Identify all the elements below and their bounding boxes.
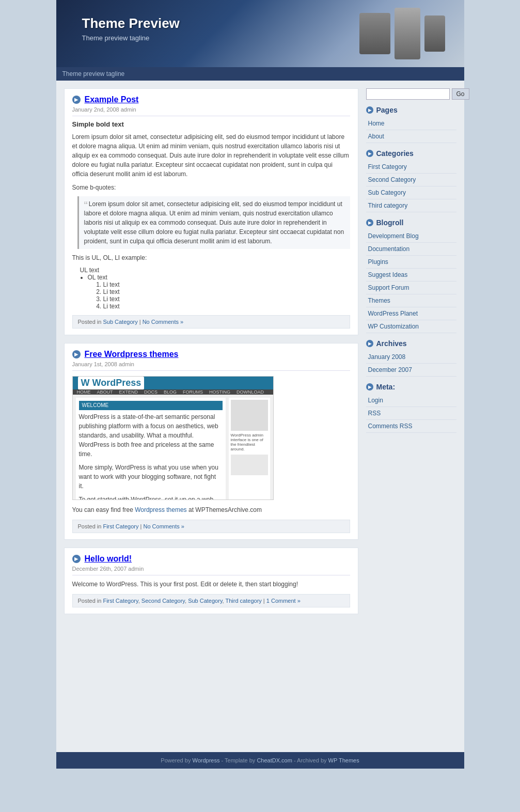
wp-nav-item: EXTEND [119,389,138,395]
post-category-link[interactable]: Sub Category [103,319,137,325]
post-arrow-icon-3: ▶ [72,555,81,563]
post-body-free-themes: W WordPress HOME ABOUT EXTEND DOCS BLOG … [72,376,350,514]
post-meta-free-themes: January 1st, 2008 admin [72,361,350,371]
wp-body: WELCOME WordPress is a state-of-the-art … [73,395,273,500]
post-cat-link-third[interactable]: Third category [226,598,262,604]
post-meta-example: January 2nd, 2008 admin [72,106,350,116]
blockquote: Lorem ipsum dolor sit amet, consectetur … [77,196,350,249]
list-item: WordPress Planet [366,307,456,320]
wp-blue-bar: WELCOME [79,401,223,410]
post-cat-link-fc[interactable]: First Category [103,598,138,604]
meta-link-rss[interactable]: RSS [368,410,381,417]
post-footer-free-themes: Posted in First Category | No Comments » [72,520,350,533]
categories-title-text: Categories [376,149,414,158]
archives-widget: ▶ Archives January 2008 December 2007 [366,339,456,377]
blogroll-list: Development Blog Documentation Plugins S… [366,230,456,333]
search-input[interactable] [366,88,450,100]
post-example: ▶ Example Post January 2nd, 2008 admin S… [64,88,358,335]
ul-text: UL text [80,267,100,274]
pages-list: Home About [366,117,456,143]
site-title: Theme Preview [82,15,180,32]
wp-side-caption: WordPress admin interface is one of the … [231,433,268,451]
post-title-example: ▶ Example Post [72,95,350,104]
post-category-link-2[interactable]: First Category [103,523,138,529]
wp-logo: W WordPress [78,377,145,389]
wordpress-themes-link[interactable]: Wordpress themes [135,506,186,513]
wp-body-text-3: To get started with WordPress, set it up… [79,495,223,500]
page-link-about[interactable]: About [368,133,384,140]
list-item: Documentation [366,243,456,256]
wp-nav-item: HOSTING [209,389,230,395]
page-link-home[interactable]: Home [368,120,385,127]
post-paragraph: Lorem ipsum dolor sit amet, consectetur … [72,132,350,179]
ul-label: This is UL, OL, LI example: [72,253,350,262]
site-footer: Powered by Wordpress - Template by Cheat… [56,752,464,769]
post-title-hello: ▶ Hello world! [72,554,350,564]
blogroll-link-plugins[interactable]: Plugins [368,258,388,266]
footer-cheatdx-link[interactable]: CheatDX.com [257,757,292,763]
blogroll-widget-title: ▶ Blogroll [366,218,456,227]
meta-link-login[interactable]: Login [368,397,383,404]
free-themes-text: You can easy find free Wordpress themes … [72,505,350,514]
wp-side-image-2 [231,455,268,475]
list-item: Support Forum [366,282,456,294]
wp-nav-item: BLOG [164,389,177,395]
blogroll-link-docs[interactable]: Documentation [368,245,410,253]
post-body-hello: Welcome to WordPress. This is your first… [72,580,350,589]
cat-link-second[interactable]: Second Category [368,176,416,183]
post-hello-world: ▶ Hello world! December 26th, 2007 admin… [64,548,358,614]
deco-box-3 [424,15,445,52]
post-title-free-themes: ▶ Free Wordpress themes [72,350,350,359]
blogroll-link-suggest[interactable]: Suggest Ideas [368,271,408,278]
list-item: Li text [103,303,350,310]
list-item: First Category [366,161,456,174]
post-comments-link[interactable]: No Comments » [143,319,183,325]
archive-link-dec07[interactable]: December 2007 [368,366,412,373]
cat-link-third[interactable]: Third category [368,202,408,209]
search-button[interactable]: Go [452,88,469,100]
footer-text: Powered by Wordpress - Template by Cheat… [161,757,359,763]
list-item: OL text Li text Li text Li text Li text [88,274,350,310]
archive-link-jan08[interactable]: January 2008 [368,353,406,361]
post-title-link-hello[interactable]: Hello world! [85,554,132,564]
wordpress-screenshot: W WordPress HOME ABOUT EXTEND DOCS BLOG … [72,376,274,500]
post-cat-link-sc[interactable]: Second Category [141,598,185,604]
cat-link-first[interactable]: First Category [368,163,407,170]
deco-box-1 [359,13,390,54]
list-item: About [366,130,456,143]
archives-title-text: Archives [376,339,407,348]
site-header: Theme Preview Theme preview tagline [56,0,464,67]
pages-widget: ▶ Pages Home About [366,106,456,143]
footer-wp-link[interactable]: Wordpress [192,757,219,763]
blogroll-link-themes[interactable]: Themes [368,297,390,304]
post-cat-link-sub[interactable]: Sub Category [188,598,222,604]
post-arrow-icon-2: ▶ [72,350,81,358]
archives-widget-title: ▶ Archives [366,339,456,348]
blogroll-link-wpcustom[interactable]: WP Customization [368,323,419,330]
wp-side-image [231,400,268,431]
post-comments-link-2[interactable]: No Comments » [143,523,184,529]
search-widget: Go [366,88,456,100]
archives-arrow-icon: ▶ [366,340,373,347]
blogroll-link-support[interactable]: Support Forum [368,284,409,291]
pages-arrow-icon: ▶ [366,106,373,114]
site-tagline-header: Theme preview tagline [82,34,180,42]
wp-body-text-2: More simply, WordPress is what you use w… [79,463,223,491]
wp-nav: HOME ABOUT EXTEND DOCS BLOG FORUMS HOSTI… [73,389,273,395]
pages-widget-title: ▶ Pages [366,106,456,114]
categories-arrow-icon: ▶ [366,150,373,157]
blogroll-link-devblog[interactable]: Development Blog [368,232,419,240]
post-comments-link-hello[interactable]: 1 Comment » [266,598,301,604]
post-title-link-example[interactable]: Example Post [85,95,139,104]
meta-list: Login RSS Comments RSS [366,394,456,433]
categories-list: First Category Second Category Sub Categ… [366,161,456,212]
blogroll-link-wpplanet[interactable]: WordPress Planet [368,310,418,317]
blogroll-widget: ▶ Blogroll Development Blog Documentatio… [366,218,456,333]
footer-wpthemes-link[interactable]: WP Themes [328,757,359,763]
post-title-link-free-themes[interactable]: Free Wordpress themes [85,350,179,359]
cat-link-sub[interactable]: Sub Category [368,189,406,196]
categories-widget: ▶ Categories First Category Second Categ… [366,149,456,212]
meta-link-comments-rss[interactable]: Comments RSS [368,423,413,430]
post-footer-example: Posted in Sub Category | No Comments » [72,315,350,329]
list-item: December 2007 [366,364,456,377]
